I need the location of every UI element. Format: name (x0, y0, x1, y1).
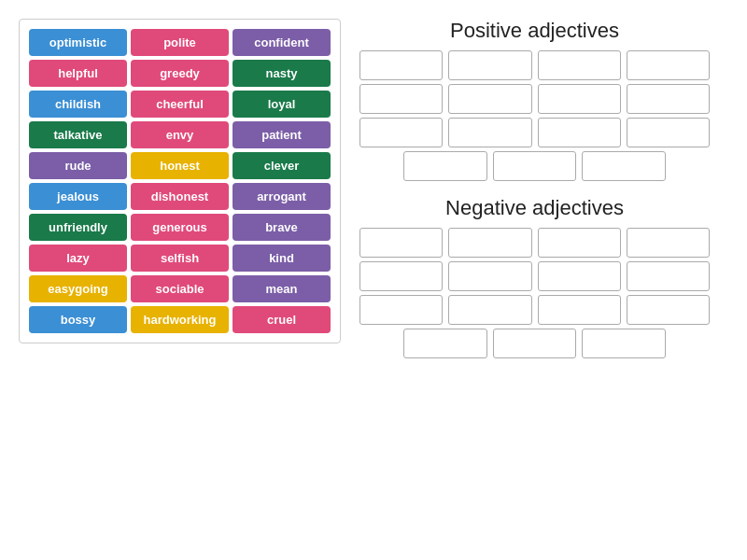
drop-box[interactable] (627, 50, 710, 80)
word-tile[interactable]: clever (233, 152, 331, 179)
negative-row-3 (359, 295, 710, 325)
word-tile[interactable]: childish (29, 91, 127, 118)
positive-row-3 (359, 118, 710, 147)
positive-section: Positive adjectives (359, 19, 710, 181)
negative-row-1 (359, 228, 710, 258)
drop-box[interactable] (627, 295, 710, 325)
word-tile[interactable]: cheerful (131, 91, 229, 118)
drop-box[interactable] (493, 151, 577, 181)
word-tile[interactable]: patient (233, 121, 331, 148)
word-tile[interactable]: generous (131, 214, 229, 241)
word-tile[interactable]: sociable (131, 275, 229, 302)
word-tile[interactable]: lazy (29, 245, 127, 272)
word-tile[interactable]: talkative (29, 121, 127, 148)
drop-box[interactable] (582, 329, 666, 358)
drop-box[interactable] (582, 151, 666, 181)
drop-box[interactable] (448, 295, 531, 325)
word-tile[interactable]: nasty (233, 60, 331, 87)
drop-box[interactable] (538, 118, 621, 147)
drop-box[interactable] (448, 118, 531, 147)
word-tile[interactable]: helpful (29, 60, 127, 87)
drop-box[interactable] (359, 118, 443, 147)
word-tile[interactable]: selfish (131, 245, 229, 272)
drop-box[interactable] (538, 228, 621, 258)
word-tile[interactable]: rude (29, 152, 127, 179)
positive-row-2 (359, 84, 710, 114)
drop-box[interactable] (538, 50, 621, 80)
word-tile[interactable]: greedy (131, 60, 229, 87)
drop-box[interactable] (538, 295, 621, 325)
drop-box[interactable] (627, 84, 710, 114)
drop-box[interactable] (359, 295, 443, 325)
word-tile[interactable]: unfriendly (29, 214, 127, 241)
word-tile[interactable]: hardworking (131, 306, 229, 333)
word-tile[interactable]: bossy (29, 306, 127, 333)
word-tile[interactable]: mean (233, 275, 331, 302)
drop-box[interactable] (448, 228, 531, 258)
drop-box[interactable] (448, 50, 531, 80)
drop-box[interactable] (403, 151, 487, 181)
drop-box[interactable] (448, 261, 531, 291)
word-tile[interactable]: jealous (29, 183, 127, 210)
drop-box[interactable] (359, 50, 443, 80)
positive-row-1 (359, 50, 710, 80)
word-tile[interactable]: cruel (233, 306, 331, 333)
positive-title: Positive adjectives (359, 19, 710, 43)
word-tile[interactable]: kind (233, 245, 331, 272)
word-tile[interactable]: polite (131, 29, 229, 56)
drop-box[interactable] (627, 228, 710, 258)
drop-box[interactable] (627, 261, 710, 291)
negative-title: Negative adjectives (359, 196, 710, 220)
word-tile[interactable]: optimistic (29, 29, 127, 56)
negative-row-4 (403, 329, 666, 358)
drop-box[interactable] (403, 329, 487, 358)
drop-box[interactable] (538, 84, 621, 114)
word-tile[interactable]: dishonest (131, 183, 229, 210)
drop-box[interactable] (538, 261, 621, 291)
drop-box[interactable] (493, 329, 577, 358)
word-grid: optimisticpoliteconfidenthelpfulgreedyna… (29, 29, 331, 333)
word-bank: optimisticpoliteconfidenthelpfulgreedyna… (19, 19, 341, 343)
drop-box[interactable] (359, 261, 443, 291)
word-tile[interactable]: brave (233, 214, 331, 241)
negative-section: Negative adjectives (359, 196, 710, 358)
negative-row-2 (359, 261, 710, 291)
word-tile[interactable]: envy (131, 121, 229, 148)
word-tile[interactable]: arrogant (233, 183, 331, 210)
drop-box[interactable] (359, 228, 443, 258)
drop-box[interactable] (448, 84, 531, 114)
word-tile[interactable]: loyal (233, 91, 331, 118)
right-panel: Positive adjectives Negative adjectives (341, 19, 728, 358)
word-tile[interactable]: confident (233, 29, 331, 56)
drop-box[interactable] (359, 84, 443, 114)
drop-box[interactable] (627, 118, 710, 147)
word-tile[interactable]: easygoing (29, 275, 127, 302)
word-tile[interactable]: honest (131, 152, 229, 179)
positive-row-4 (403, 151, 666, 181)
